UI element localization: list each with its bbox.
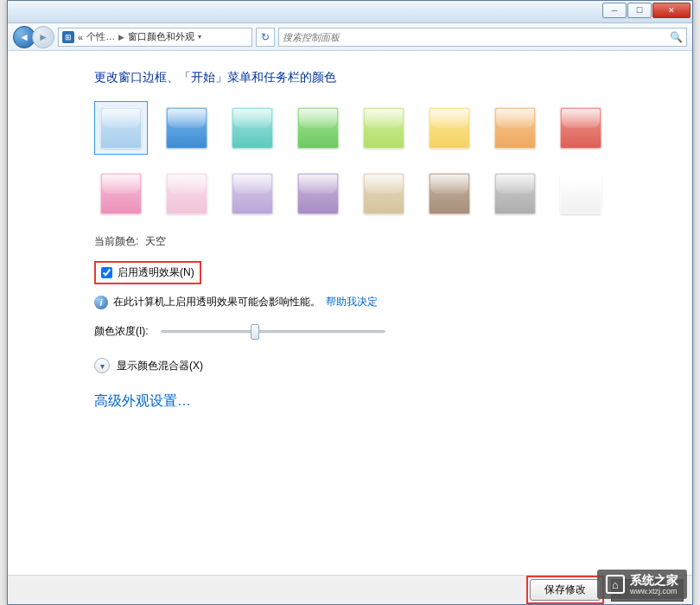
- search-icon[interactable]: 🔍: [670, 31, 683, 43]
- swatch-fill: [297, 173, 339, 214]
- maximize-button[interactable]: ☐: [627, 3, 652, 18]
- breadcrumb-item-1[interactable]: 个性…: [86, 30, 115, 43]
- titlebar: ─ ☐ ✕: [8, 1, 692, 23]
- transparency-checkbox-row[interactable]: 启用透明效果(N): [94, 261, 201, 284]
- swatch-fill: [494, 107, 536, 149]
- color-swatch-green[interactable]: [291, 101, 345, 155]
- advanced-appearance-link[interactable]: 高级外观设置…: [94, 393, 191, 408]
- slider-track: [161, 330, 385, 333]
- color-swatch-pink[interactable]: [94, 167, 148, 220]
- color-swatch-brown[interactable]: [423, 167, 476, 220]
- color-swatch-yellow[interactable]: [423, 101, 476, 155]
- swatch-fill: [100, 173, 142, 214]
- slider-thumb[interactable]: [251, 324, 259, 340]
- color-swatch-sky[interactable]: [94, 101, 148, 155]
- current-color-label: 当前颜色:: [94, 234, 138, 249]
- intensity-label: 颜色浓度(I):: [94, 324, 149, 339]
- breadcrumb-icon: ⊞: [62, 31, 74, 43]
- color-swatch-lightpink[interactable]: [160, 167, 213, 220]
- color-mixer-label: 显示颜色混合器(X): [117, 359, 203, 373]
- intensity-row: 颜色浓度(I):: [94, 323, 658, 339]
- content-area: 更改窗口边框、「开始」菜单和任务栏的颜色 当前颜色: 天空 启用透明效果(N) …: [8, 53, 692, 575]
- color-swatch-grid: [94, 101, 647, 220]
- help-link[interactable]: 帮助我决定: [326, 295, 378, 309]
- search-input[interactable]: [283, 32, 670, 42]
- chevron-down-icon: ▾: [94, 358, 110, 373]
- footer: 保存修改: [8, 575, 692, 604]
- intensity-slider[interactable]: [161, 323, 385, 339]
- swatch-fill: [100, 107, 142, 149]
- info-icon: i: [94, 296, 108, 309]
- swatch-fill: [166, 107, 207, 149]
- swatch-fill: [363, 107, 404, 149]
- swatch-fill: [429, 173, 470, 214]
- nav-buttons: ◄ ►: [13, 26, 54, 48]
- breadcrumb-prefix: «: [78, 32, 83, 42]
- back-icon: ◄: [19, 31, 29, 43]
- swatch-fill: [429, 107, 470, 149]
- color-swatch-teal[interactable]: [226, 101, 279, 155]
- page-title: 更改窗口边框、「开始」菜单和任务栏的颜色: [94, 70, 658, 86]
- color-swatch-blue[interactable]: [160, 101, 213, 155]
- swatch-fill: [560, 107, 601, 149]
- maximize-icon: ☐: [636, 7, 643, 15]
- refresh-button[interactable]: ↻: [256, 28, 275, 47]
- save-button[interactable]: 保存修改: [530, 579, 601, 601]
- close-button[interactable]: ✕: [652, 3, 690, 18]
- cancel-button[interactable]: [611, 579, 684, 602]
- current-color-value: 天空: [145, 234, 166, 249]
- swatch-fill: [494, 173, 536, 214]
- save-button-highlight: 保存修改: [526, 576, 604, 604]
- search-box[interactable]: 🔍: [278, 28, 687, 47]
- color-swatch-white[interactable]: [554, 167, 608, 220]
- transparency-checkbox[interactable]: [101, 267, 112, 278]
- performance-warning-text: 在此计算机上启用透明效果可能会影响性能。: [113, 295, 321, 309]
- close-icon: ✕: [668, 7, 675, 15]
- minimize-button[interactable]: ─: [602, 3, 627, 18]
- swatch-fill: [166, 173, 207, 214]
- color-swatch-orange[interactable]: [488, 101, 542, 155]
- breadcrumb-item-2[interactable]: 窗口颜色和外观: [128, 30, 194, 43]
- swatch-fill: [232, 107, 273, 149]
- swatch-fill: [232, 173, 273, 214]
- transparency-label: 启用透明效果(N): [118, 265, 194, 280]
- refresh-icon: ↻: [261, 31, 270, 43]
- navbar: ◄ ► ⊞ « 个性… ▶ 窗口颜色和外观 ▾ ↻ 🔍: [8, 23, 692, 51]
- minimize-icon: ─: [612, 7, 617, 15]
- color-swatch-lavender[interactable]: [226, 167, 279, 220]
- color-mixer-expander[interactable]: ▾ 显示颜色混合器(X): [94, 358, 658, 373]
- forward-button[interactable]: ►: [32, 26, 54, 48]
- control-panel-window: ─ ☐ ✕ ◄ ► ⊞ « 个性… ▶ 窗口颜色和外观 ▾ ↻ 🔍 更改窗口边框…: [7, 0, 693, 605]
- current-color-row: 当前颜色: 天空: [94, 234, 658, 249]
- swatch-fill: [297, 107, 339, 149]
- breadcrumb-dropdown-icon[interactable]: ▾: [198, 33, 201, 41]
- color-swatch-red[interactable]: [554, 101, 608, 155]
- color-swatch-lime[interactable]: [357, 101, 410, 155]
- color-swatch-purple[interactable]: [291, 167, 345, 220]
- performance-info-row: i 在此计算机上启用透明效果可能会影响性能。 帮助我决定: [94, 295, 658, 309]
- breadcrumb[interactable]: ⊞ « 个性… ▶ 窗口颜色和外观 ▾: [58, 28, 252, 47]
- swatch-fill: [363, 173, 404, 214]
- swatch-fill: [560, 173, 601, 214]
- color-swatch-gray[interactable]: [488, 167, 542, 220]
- color-swatch-tan[interactable]: [357, 167, 410, 220]
- forward-icon: ►: [38, 31, 48, 43]
- breadcrumb-sep-icon: ▶: [118, 33, 124, 41]
